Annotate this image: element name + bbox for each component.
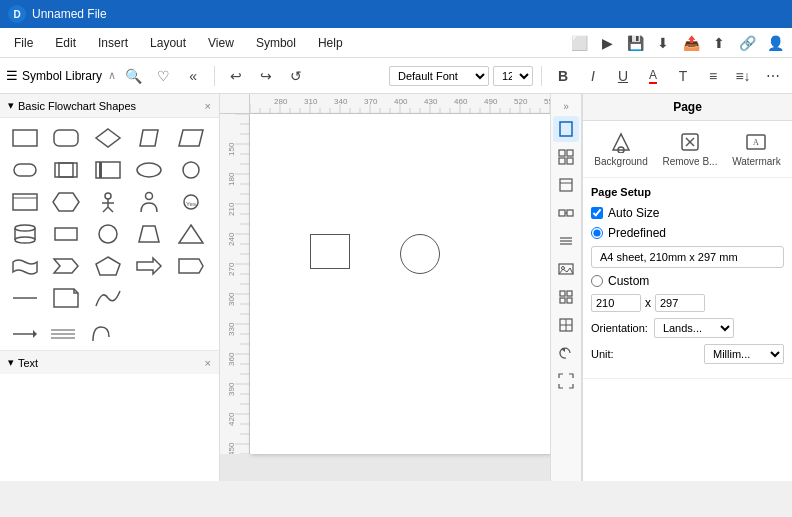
svg-rect-47 xyxy=(560,179,572,191)
shape-chevron[interactable] xyxy=(49,252,83,280)
shape-parallelogram[interactable] xyxy=(132,124,166,152)
panel-icon-row: Background Remove B... A Watermark xyxy=(583,121,792,177)
font-color-button[interactable]: A xyxy=(640,63,666,89)
shape-line[interactable] xyxy=(8,284,42,312)
overflow-menu-button[interactable]: ⋯ xyxy=(760,63,786,89)
toolbar-icon-8[interactable]: 👤 xyxy=(762,30,788,56)
text-more-button[interactable]: ≡↓ xyxy=(730,63,756,89)
undo-button[interactable]: ↩ xyxy=(223,63,249,89)
toolbar-icon-6[interactable]: ⬆ xyxy=(706,30,732,56)
height-input[interactable] xyxy=(655,294,705,312)
custom-radio[interactable] xyxy=(591,275,603,287)
search-icon[interactable]: 🔍 xyxy=(120,63,146,89)
shape-cylinder[interactable] xyxy=(8,220,42,248)
side-icon-page[interactable] xyxy=(553,116,579,142)
italic-button[interactable]: I xyxy=(580,63,606,89)
shape-pointed-rect[interactable] xyxy=(174,252,208,280)
shape-skewed-rect[interactable] xyxy=(174,124,208,152)
text-section-header[interactable]: ▾ Text × xyxy=(0,350,219,374)
shape-ellipse[interactable] xyxy=(132,156,166,184)
side-icon-connect[interactable] xyxy=(553,200,579,226)
collapse-icon[interactable]: « xyxy=(180,63,206,89)
toolbar-icon-2[interactable]: ▶ xyxy=(594,30,620,56)
toolbar-icon-1[interactable]: ⬜ xyxy=(566,30,592,56)
shape-hexagon[interactable] xyxy=(49,188,83,216)
watermark-button[interactable]: A Watermark xyxy=(726,127,787,171)
side-icon-layers[interactable] xyxy=(553,172,579,198)
canvas-paper[interactable] xyxy=(250,114,550,454)
font-size-select[interactable]: 12 xyxy=(493,66,533,86)
underline-button[interactable]: U xyxy=(610,63,636,89)
menu-help[interactable]: Help xyxy=(308,32,353,54)
side-icon-image[interactable] xyxy=(553,256,579,282)
shape-circle2[interactable] xyxy=(91,220,125,248)
shape-bordered-rect[interactable] xyxy=(91,156,125,184)
shape-multiline[interactable] xyxy=(46,320,80,348)
chevron-up-icon: ∧ xyxy=(108,69,116,82)
shape-arc[interactable] xyxy=(84,320,118,348)
shape-triangle[interactable] xyxy=(174,220,208,248)
canvas-rect-shape[interactable] xyxy=(310,234,350,269)
shape-arrow-right[interactable] xyxy=(132,252,166,280)
side-expand-button[interactable]: » xyxy=(553,98,579,114)
menu-layout[interactable]: Layout xyxy=(140,32,196,54)
svg-rect-0 xyxy=(13,130,37,146)
remove-background-button[interactable]: Remove B... xyxy=(656,127,723,171)
redo-button[interactable]: ↪ xyxy=(253,63,279,89)
shape-section-header[interactable]: ▾ Basic Flowchart Shapes × xyxy=(0,94,219,118)
text-style-button[interactable]: T xyxy=(670,63,696,89)
text-section-close-icon[interactable]: × xyxy=(205,357,211,369)
shape-stadium[interactable] xyxy=(8,156,42,184)
svg-rect-59 xyxy=(560,298,565,303)
shape-curve[interactable] xyxy=(91,284,125,312)
shape-small-rect2[interactable] xyxy=(49,220,83,248)
shape-process[interactable] xyxy=(8,188,42,216)
svg-point-23 xyxy=(15,225,35,231)
shape-rect[interactable] xyxy=(8,124,42,152)
side-icon-data[interactable] xyxy=(553,228,579,254)
shape-trapezoid[interactable] xyxy=(132,220,166,248)
unit-select[interactable]: Millim... xyxy=(704,344,784,364)
predefined-radio[interactable] xyxy=(591,227,603,239)
svg-rect-50 xyxy=(567,210,573,216)
orientation-select[interactable]: Lands... xyxy=(654,318,734,338)
width-input[interactable] xyxy=(591,294,641,312)
canvas-circle-shape[interactable] xyxy=(400,234,440,274)
shape-person[interactable] xyxy=(91,188,125,216)
toolbar-icon-7[interactable]: 🔗 xyxy=(734,30,760,56)
predefined-row: Predefined xyxy=(591,226,784,240)
side-icon-undo[interactable] xyxy=(553,340,579,366)
auto-size-checkbox[interactable] xyxy=(591,207,603,219)
font-family-select[interactable]: Default Font xyxy=(389,66,489,86)
shape-badge[interactable]: Yes xyxy=(174,188,208,216)
shape-diamond[interactable] xyxy=(91,124,125,152)
shape-double-rect[interactable] xyxy=(49,156,83,184)
shape-note[interactable] xyxy=(49,284,83,312)
side-icon-group[interactable] xyxy=(553,284,579,310)
shape-wave[interactable] xyxy=(8,252,42,280)
shape-section-close-icon[interactable]: × xyxy=(205,100,211,112)
more-action-button[interactable]: ↺ xyxy=(283,63,309,89)
menu-insert[interactable]: Insert xyxy=(88,32,138,54)
shape-arrow[interactable] xyxy=(8,320,42,348)
background-button[interactable]: Background xyxy=(588,127,653,171)
shape-rounded-rect[interactable] xyxy=(49,124,83,152)
align-button[interactable]: ≡ xyxy=(700,63,726,89)
side-icon-grid[interactable] xyxy=(553,144,579,170)
heart-icon[interactable]: ♡ xyxy=(150,63,176,89)
menu-file[interactable]: File xyxy=(4,32,43,54)
menu-edit[interactable]: Edit xyxy=(45,32,86,54)
shape-circle[interactable] xyxy=(174,156,208,184)
toolbar-icon-4[interactable]: ⬇ xyxy=(650,30,676,56)
toolbar-icon-3[interactable]: 💾 xyxy=(622,30,648,56)
side-icon-fit[interactable] xyxy=(553,368,579,394)
toolbar-icon-5[interactable]: 📤 xyxy=(678,30,704,56)
shape-person2[interactable] xyxy=(132,188,166,216)
canvas-area[interactable] xyxy=(220,94,550,481)
side-icon-extra[interactable] xyxy=(553,312,579,338)
menu-symbol[interactable]: Symbol xyxy=(246,32,306,54)
menu-view[interactable]: View xyxy=(198,32,244,54)
svg-text:Yes: Yes xyxy=(186,201,196,207)
shape-pentagon[interactable] xyxy=(91,252,125,280)
bold-button[interactable]: B xyxy=(550,63,576,89)
